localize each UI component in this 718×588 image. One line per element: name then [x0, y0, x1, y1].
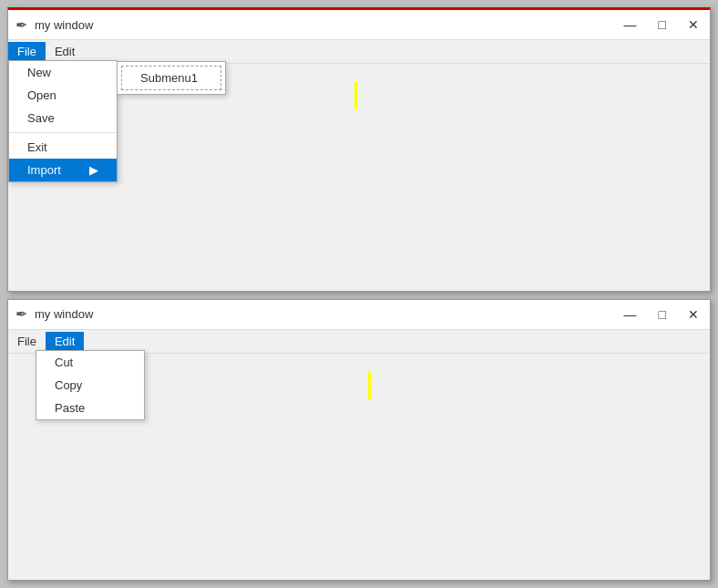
top-title-icon: ✒ — [15, 16, 27, 34]
bottom-title-icon: ✒ — [15, 305, 27, 323]
top-title-controls: — □ ✕ — [621, 15, 703, 34]
top-file-menu[interactable]: File — [8, 42, 46, 61]
bottom-edit-cut[interactable]: Cut — [36, 351, 144, 374]
top-import-submenu: Submenu1 — [117, 61, 226, 95]
top-title-text: my window — [35, 18, 93, 32]
bottom-file-menu[interactable]: File — [8, 332, 46, 351]
bottom-title-left: ✒ my window — [15, 305, 93, 323]
top-file-import[interactable]: Import ▶ Submenu1 — [9, 159, 117, 181]
top-close-button[interactable]: ✕ — [684, 15, 703, 34]
bottom-edit-paste[interactable]: Paste — [36, 397, 144, 419]
bottom-title-bar: ✒ my window — □ ✕ — [8, 300, 710, 330]
bottom-title-controls: — □ ✕ — [621, 305, 703, 324]
top-maximize-button[interactable]: □ — [655, 15, 670, 34]
top-menubar: File Edit New Open Save Exit Import ▶ Su… — [8, 40, 710, 64]
top-file-save[interactable]: Save — [9, 107, 117, 129]
bottom-menubar: File Edit Cut Copy Paste — [8, 330, 710, 354]
top-edit-menu[interactable]: Edit — [46, 42, 84, 61]
bottom-edit-copy[interactable]: Copy — [36, 374, 144, 397]
bottom-minimize-button[interactable]: — — [621, 305, 641, 324]
top-file-open[interactable]: Open — [9, 84, 117, 107]
bottom-cursor — [368, 372, 371, 399]
top-file-separator — [9, 132, 117, 133]
bottom-window: ✒ my window — □ ✕ File Edit Cut Copy Pas… — [7, 299, 711, 582]
top-title-left: ✒ my window — [15, 16, 93, 34]
top-file-new[interactable]: New — [9, 61, 117, 84]
top-cursor — [354, 82, 357, 109]
bottom-title-text: my window — [35, 307, 93, 321]
top-window: ✒ my window — □ ✕ File Edit New Open Sav… — [7, 7, 711, 292]
top-minimize-button[interactable]: — — [621, 15, 641, 34]
top-title-bar: ✒ my window — □ ✕ — [8, 10, 710, 40]
bottom-edit-dropdown: Cut Copy Paste — [36, 350, 145, 420]
bottom-maximize-button[interactable]: □ — [655, 305, 670, 324]
top-file-exit[interactable]: Exit — [9, 136, 117, 159]
top-submenu1[interactable]: Submenu1 — [122, 67, 221, 89]
top-file-dropdown: New Open Save Exit Import ▶ Submenu1 — [8, 60, 118, 182]
bottom-edit-menu[interactable]: Edit — [46, 332, 84, 351]
bottom-close-button[interactable]: ✕ — [684, 305, 703, 324]
